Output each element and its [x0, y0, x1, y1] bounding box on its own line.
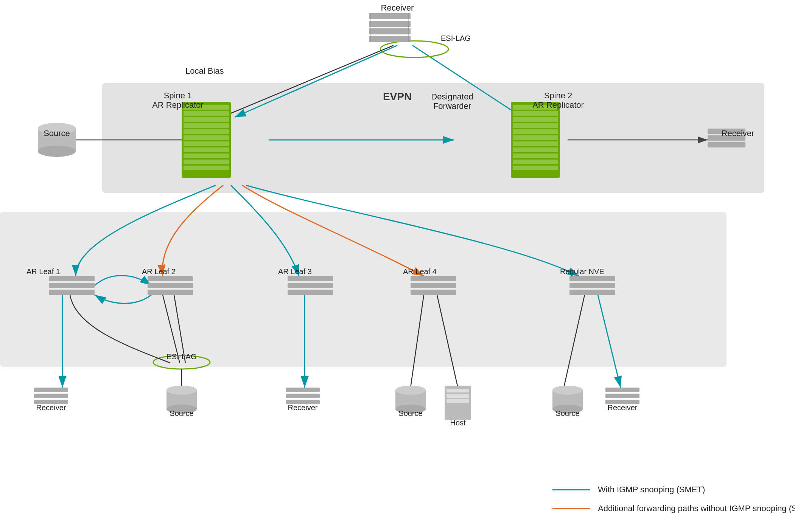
svg-rect-65	[286, 394, 320, 398]
svg-rect-20	[184, 154, 229, 158]
svg-rect-46	[148, 283, 193, 288]
svg-rect-30	[513, 141, 558, 146]
svg-rect-42	[49, 276, 95, 281]
source-ar2-label: Source	[170, 409, 193, 417]
ar-leaf2-device	[148, 276, 193, 295]
svg-rect-28	[513, 129, 558, 134]
source-left-label: Source	[44, 129, 70, 138]
regular-nve-label: Regular NVE	[560, 267, 604, 276]
esi-lag-top-ellipse	[380, 41, 448, 57]
svg-rect-34	[513, 166, 558, 170]
svg-rect-25	[513, 111, 558, 116]
network-diagram: EVPN	[0, 0, 795, 532]
svg-rect-74	[447, 399, 469, 403]
svg-rect-5	[369, 13, 411, 19]
svg-rect-56	[569, 290, 615, 295]
svg-rect-52	[411, 283, 456, 288]
svg-rect-47	[148, 290, 193, 295]
host-ar4-device	[445, 386, 471, 420]
svg-point-78	[552, 386, 583, 395]
svg-rect-13	[184, 111, 229, 116]
ar-leaf4-label: AR Leaf 4	[403, 267, 437, 276]
svg-rect-21	[184, 160, 229, 164]
svg-rect-50	[288, 290, 333, 295]
svg-rect-8	[369, 36, 411, 42]
spine2-label1: Spine 2	[544, 91, 573, 100]
legend-additional-label: Additional forwarding paths without IGMP…	[598, 504, 795, 513]
svg-rect-32	[513, 154, 558, 158]
regular-nve-device	[569, 276, 615, 295]
ar-leaf4-device	[411, 276, 456, 295]
svg-rect-57	[34, 388, 68, 392]
ar-leaf3-label: AR Leaf 3	[278, 267, 312, 276]
svg-point-70	[395, 386, 426, 395]
spine2-label2: AR Replicator	[532, 100, 584, 110]
local-bias-label: Local Bias	[185, 66, 224, 76]
receiver-top-label: Receiver	[381, 3, 414, 12]
ar-leaf3-device	[288, 276, 333, 295]
svg-rect-33	[513, 160, 558, 164]
svg-rect-27	[513, 123, 558, 128]
svg-rect-29	[513, 135, 558, 140]
receiver-ar3-label: Receiver	[288, 403, 318, 412]
svg-rect-49	[288, 283, 333, 288]
source-left-device	[38, 123, 76, 157]
source-ar4-label: Source	[398, 409, 422, 417]
svg-rect-22	[184, 166, 229, 170]
svg-rect-26	[513, 117, 558, 122]
receiver-nve-label: Receiver	[608, 403, 638, 412]
spine2-device	[511, 102, 560, 178]
svg-rect-41	[708, 142, 745, 147]
esi-lag-bottom-label: ESI-LAG	[167, 352, 197, 361]
svg-rect-16	[184, 129, 229, 134]
svg-rect-55	[569, 283, 615, 288]
svg-rect-58	[34, 394, 68, 398]
svg-rect-44	[49, 290, 95, 295]
svg-rect-31	[513, 147, 558, 152]
legend-igmp-label: With IGMP snooping (SMET)	[598, 485, 705, 494]
svg-rect-6	[369, 21, 411, 27]
spine1-device	[182, 102, 231, 178]
svg-rect-54	[569, 276, 615, 281]
esi-lag-top-label: ESI-LAG	[441, 34, 471, 42]
host-ar4-label: Host	[450, 419, 466, 427]
ar-leaf2-label: AR Leaf 2	[142, 267, 176, 276]
svg-point-37	[38, 146, 76, 157]
evpn-label: EVPN	[383, 91, 412, 102]
receiver-top-device	[369, 13, 411, 42]
svg-rect-72	[447, 389, 469, 392]
svg-rect-51	[411, 276, 456, 281]
svg-rect-7	[369, 28, 411, 34]
receiver-right-label: Receiver	[722, 129, 755, 138]
receiver-ar3-device	[286, 388, 320, 404]
svg-rect-18	[184, 141, 229, 146]
svg-point-63	[166, 386, 197, 395]
spine1-label1: Spine 1	[164, 91, 192, 100]
svg-rect-45	[148, 276, 193, 281]
source-nve-label: Source	[555, 409, 579, 417]
svg-rect-19	[184, 147, 229, 152]
svg-rect-48	[288, 276, 333, 281]
svg-rect-17	[184, 135, 229, 140]
svg-rect-43	[49, 283, 95, 288]
designated-fwd-label2: Forwarder	[433, 101, 471, 111]
ar-leaf1-label: AR Leaf 1	[26, 267, 60, 276]
svg-rect-53	[411, 290, 456, 295]
svg-rect-80	[605, 394, 639, 398]
ar-leaf1-device	[49, 276, 95, 295]
svg-rect-14	[184, 117, 229, 122]
svg-rect-15	[184, 123, 229, 128]
receiver-nve-device	[605, 388, 639, 404]
svg-rect-79	[605, 388, 639, 392]
receiver-ar1-label: Receiver	[36, 403, 66, 412]
spine1-label2: AR Replicator	[152, 100, 204, 110]
designated-fwd-label1: Designated	[431, 92, 473, 101]
svg-rect-64	[286, 388, 320, 392]
svg-rect-73	[447, 394, 469, 398]
receiver-ar1-device	[34, 388, 68, 404]
